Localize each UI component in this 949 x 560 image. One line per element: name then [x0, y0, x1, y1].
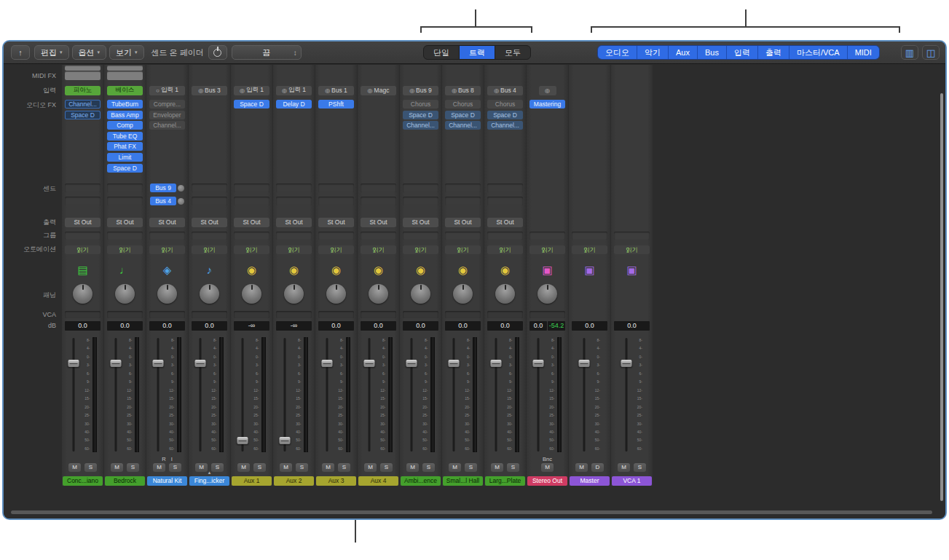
send-slot[interactable]	[234, 184, 269, 192]
fader-handle[interactable]	[621, 360, 631, 367]
mute-button[interactable]: M	[449, 463, 461, 472]
filter-output-button[interactable]: 출력	[758, 46, 789, 59]
audio-fx-slot[interactable]: Channel...	[487, 121, 523, 130]
audio-fx-slot[interactable]: TubeBurn	[107, 100, 143, 109]
solo-button[interactable]: S	[422, 463, 435, 472]
audio-fx-slot[interactable]: Chorus	[445, 100, 481, 109]
options-menu-button[interactable]: 옵션▾	[72, 45, 107, 60]
volume-value[interactable]: 0.0	[107, 321, 143, 331]
audio-fx-slot[interactable]: Channel...	[65, 100, 101, 109]
fader-handle[interactable]	[406, 360, 417, 367]
pan-knob[interactable]	[495, 284, 515, 304]
send-slot[interactable]	[192, 197, 227, 205]
mute-button[interactable]: M	[68, 463, 81, 472]
view-menu-button[interactable]: 보기▾	[109, 45, 144, 60]
input-slot[interactable]: 피아노	[65, 86, 101, 95]
audio-fx-slot[interactable]: Space D	[445, 111, 481, 119]
automation-mode-button[interactable]: 읽기	[107, 245, 143, 254]
input-slot[interactable]: ◎Bus 4	[487, 86, 523, 95]
fader-track[interactable]	[111, 336, 121, 454]
fader-track[interactable]	[69, 336, 79, 454]
audio-fx-slot[interactable]: Space D	[487, 111, 523, 119]
vca-slot[interactable]	[107, 311, 143, 318]
solo-button[interactable]: S	[507, 463, 519, 472]
audio-fx-slot[interactable]: Space D	[65, 111, 101, 119]
pan-knob[interactable]	[115, 284, 135, 304]
solo-button[interactable]: S	[169, 463, 181, 472]
volume-value[interactable]: 0.0	[149, 321, 185, 331]
vca-slot[interactable]	[318, 311, 354, 318]
filter-instrument-button[interactable]: 악기	[637, 46, 669, 59]
send-slot[interactable]	[487, 184, 523, 192]
fader-track[interactable]	[323, 336, 332, 454]
group-slot[interactable]	[487, 232, 523, 240]
segment-all-button[interactable]: 모두	[495, 46, 530, 59]
fader-track[interactable]	[196, 336, 205, 454]
input-slot[interactable]: ◎Bus 9	[403, 86, 438, 95]
output-slot[interactable]: St Out	[234, 218, 269, 227]
fader-track[interactable]	[579, 336, 588, 454]
filter-master-vca-button[interactable]: 마스터/VCA	[789, 46, 848, 59]
mute-button[interactable]: M	[280, 463, 292, 472]
pan-knob[interactable]	[453, 284, 473, 304]
pan-knob[interactable]	[284, 284, 304, 304]
show-parent-button[interactable]: ↑	[11, 45, 30, 60]
strip-name[interactable]: Fing...icker	[189, 476, 229, 486]
send-slot[interactable]: Bus 9	[150, 184, 176, 192]
vca-slot[interactable]	[529, 311, 565, 318]
send-slot[interactable]: Bus 4	[150, 197, 176, 205]
midi-fx-slot[interactable]	[107, 71, 143, 80]
group-slot[interactable]	[361, 232, 396, 240]
solo-button[interactable]: S	[465, 463, 477, 472]
strip-name[interactable]: Stereo Out	[527, 476, 567, 486]
volume-value[interactable]: -∞	[234, 321, 269, 331]
solo-button[interactable]: S	[634, 463, 646, 472]
automation-mode-button[interactable]: 읽기	[403, 245, 438, 254]
record-enable-button[interactable]: R	[162, 456, 165, 462]
strip-name[interactable]: Smal...l Hall	[443, 476, 483, 486]
volume-value[interactable]: 0.0	[192, 321, 227, 331]
send-slot[interactable]	[234, 197, 269, 205]
input-monitoring-button[interactable]: I	[171, 456, 173, 462]
automation-mode-button[interactable]: 읽기	[361, 245, 396, 254]
segment-single-button[interactable]: 단일	[424, 46, 460, 59]
send-slot[interactable]	[276, 184, 312, 192]
input-slot[interactable]: 베이스	[107, 86, 143, 95]
mute-button[interactable]: M	[153, 463, 165, 472]
strip-name[interactable]: Aux 4	[358, 476, 398, 486]
fader-track[interactable]	[407, 336, 417, 454]
solo-button[interactable]: S	[380, 463, 393, 472]
fader-handle[interactable]	[491, 360, 502, 367]
output-slot[interactable]: St Out	[107, 218, 143, 227]
fader-track[interactable]	[280, 336, 290, 454]
vca-slot[interactable]	[361, 311, 396, 318]
group-slot[interactable]	[192, 232, 227, 240]
vca-slot[interactable]	[276, 311, 312, 318]
group-slot[interactable]	[234, 232, 269, 240]
send-slot[interactable]	[318, 197, 354, 205]
single-mixer-view-button[interactable]: ▥	[901, 45, 918, 60]
segment-tracks-button[interactable]: 트랙	[460, 46, 495, 59]
send-slot[interactable]	[318, 184, 354, 192]
filter-audio-button[interactable]: 오디오	[598, 46, 637, 59]
output-slot[interactable]: St Out	[276, 218, 312, 227]
audio-fx-slot[interactable]: Bass Amp	[107, 111, 143, 119]
volume-value[interactable]: -54.2	[548, 321, 565, 331]
mute-button[interactable]: M	[491, 463, 503, 472]
midi-fx-slot[interactable]	[65, 71, 101, 80]
pan-knob[interactable]	[326, 284, 346, 304]
filter-midi-button[interactable]: MIDI	[848, 46, 879, 59]
automation-mode-button[interactable]: 읽기	[572, 245, 607, 254]
volume-value[interactable]: 0.0	[403, 321, 438, 331]
fader-handle[interactable]	[364, 360, 375, 367]
send-slot[interactable]	[276, 197, 312, 205]
send-slot[interactable]	[403, 197, 438, 205]
edit-menu-button[interactable]: 편집▾	[34, 45, 69, 60]
send-slot[interactable]	[487, 197, 523, 205]
send-slot[interactable]	[192, 184, 227, 192]
filter-aux-button[interactable]: Aux	[669, 46, 698, 59]
send-slot[interactable]	[107, 184, 143, 192]
fader-handle[interactable]	[533, 360, 544, 367]
sends-mode-dropdown[interactable]: 끔↕	[232, 45, 302, 60]
volume-value[interactable]: 0.0	[529, 321, 547, 331]
